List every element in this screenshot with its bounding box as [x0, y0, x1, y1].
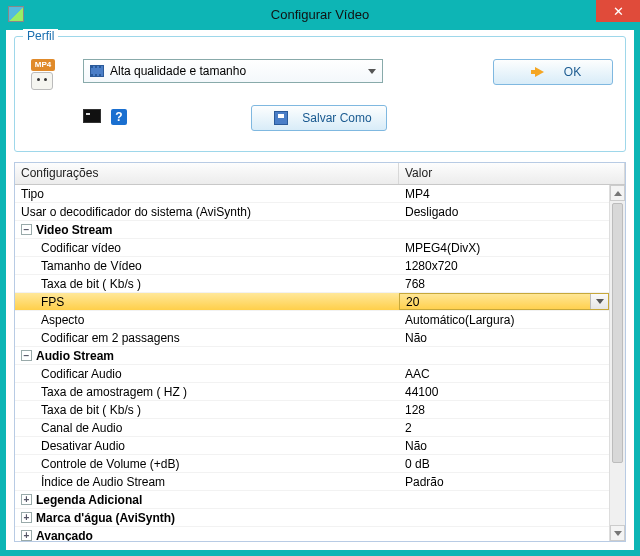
grid-row[interactable]: Controle de Volume (+dB)0 dB	[15, 455, 609, 473]
grid-label-text: Avançado	[36, 529, 93, 542]
grid-header-value[interactable]: Valor	[399, 163, 625, 184]
grid-row[interactable]: AspectoAutomático(Largura)	[15, 311, 609, 329]
grid-cell-label: −Audio Stream	[15, 349, 399, 363]
grid-cell-value	[399, 527, 609, 541]
grid-row[interactable]: TipoMP4	[15, 185, 609, 203]
grid-group-row[interactable]: −Audio Stream	[15, 347, 609, 365]
grid-value-text: 1280x720	[405, 259, 458, 273]
grid-value-text: Não	[405, 331, 427, 345]
grid-cell-value	[399, 347, 609, 364]
grid-cell-label: Taxa de bit ( Kb/s )	[15, 403, 399, 417]
grid-cell-value[interactable]: 20	[399, 293, 609, 310]
grid-row[interactable]: Taxa de bit ( Kb/s )768	[15, 275, 609, 293]
grid-row[interactable]: Desativar AudioNão	[15, 437, 609, 455]
scroll-down-button[interactable]	[610, 525, 625, 541]
grid-label-text: Índice de Audio Stream	[41, 475, 165, 489]
grid-cell-label: Taxa de bit ( Kb/s )	[15, 277, 399, 291]
grid-row[interactable]: Codificar em 2 passagensNão	[15, 329, 609, 347]
grid-cell-value[interactable]: 2	[399, 419, 609, 436]
grid-cell-value[interactable]: Não	[399, 329, 609, 346]
grid-cell-value[interactable]: 44100	[399, 383, 609, 400]
grid-cell-value[interactable]: Padrão	[399, 473, 609, 490]
grid-cell-label: Codificar Audio	[15, 367, 399, 381]
grid-cell-value[interactable]: 1280x720	[399, 257, 609, 274]
chevron-down-icon	[614, 531, 622, 536]
grid-label-text: Aspecto	[41, 313, 84, 327]
grid-cell-value[interactable]: MPEG4(DivX)	[399, 239, 609, 256]
scroll-up-button[interactable]	[610, 185, 625, 201]
grid-group-row[interactable]: −Video Stream	[15, 221, 609, 239]
grid-value-text: 20	[406, 295, 419, 309]
grid-value-text: 128	[405, 403, 425, 417]
expand-icon[interactable]: +	[21, 530, 32, 541]
grid-cell-value[interactable]: 768	[399, 275, 609, 292]
collapse-icon[interactable]: −	[21, 350, 32, 361]
scrollbar[interactable]	[609, 185, 625, 541]
grid-cell-label: Taxa de amostragem ( HZ )	[15, 385, 399, 399]
grid-cell-value[interactable]: Não	[399, 437, 609, 454]
dropdown-button[interactable]	[590, 294, 608, 309]
grid-row[interactable]: Canal de Audio2	[15, 419, 609, 437]
grid-header: Configurações Valor	[15, 163, 625, 185]
grid-value-text: MPEG4(DivX)	[405, 241, 480, 255]
film-icon	[90, 65, 104, 77]
grid-row[interactable]: FPS20	[15, 293, 609, 311]
grid-value-text: AAC	[405, 367, 430, 381]
grid-value-text: 2	[405, 421, 412, 435]
save-icon	[274, 111, 288, 125]
grid-label-text: Tipo	[21, 187, 44, 201]
window: Configurar Vídeo ✕ Perfil MP4 Alta quali…	[0, 0, 640, 556]
grid-cell-value[interactable]: MP4	[399, 185, 609, 202]
grid-cell-value[interactable]: Desligado	[399, 203, 609, 220]
arrow-right-icon	[535, 67, 544, 77]
grid-cell-label: Usar o decodificador do sistema (AviSynt…	[15, 205, 399, 219]
format-mp4-icon: MP4	[31, 59, 61, 89]
grid-row[interactable]: Usar o decodificador do sistema (AviSynt…	[15, 203, 609, 221]
grid-body: TipoMP4Usar o decodificador do sistema (…	[15, 185, 609, 541]
grid-row[interactable]: Codificar AudioAAC	[15, 365, 609, 383]
grid-cell-label: Controle de Volume (+dB)	[15, 457, 399, 471]
grid-group-row[interactable]: +Avançado	[15, 527, 609, 541]
profile-fieldset: Perfil MP4 Alta qualidade e tamanho OK ?…	[14, 36, 626, 152]
grid-cell-label: Aspecto	[15, 313, 399, 327]
grid-row[interactable]: Taxa de amostragem ( HZ )44100	[15, 383, 609, 401]
expand-icon[interactable]: +	[21, 494, 32, 505]
grid-cell-label: Índice de Audio Stream	[15, 475, 399, 489]
ok-button[interactable]: OK	[493, 59, 613, 85]
grid-group-row[interactable]: +Marca d'água (AviSynth)	[15, 509, 609, 527]
help-button[interactable]: ?	[111, 109, 127, 125]
grid-label-text: Canal de Audio	[41, 421, 122, 435]
close-icon: ✕	[613, 4, 624, 19]
chevron-down-icon	[596, 299, 604, 304]
grid-cell-value[interactable]: AAC	[399, 365, 609, 382]
grid-group-row[interactable]: +Legenda Adicional	[15, 491, 609, 509]
grid-label-text: Audio Stream	[36, 349, 114, 363]
ok-button-label: OK	[564, 65, 581, 79]
grid-cell-label: Codificar em 2 passagens	[15, 331, 399, 345]
grid-cell-label: Codificar vídeo	[15, 241, 399, 255]
grid-row[interactable]: Tamanho de Vídeo1280x720	[15, 257, 609, 275]
grid-row[interactable]: Taxa de bit ( Kb/s )128	[15, 401, 609, 419]
grid-cell-value	[399, 509, 609, 526]
save-as-button[interactable]: Salvar Como	[251, 105, 387, 131]
close-button[interactable]: ✕	[596, 0, 640, 22]
grid-cell-label: Desativar Audio	[15, 439, 399, 453]
grid-label-text: FPS	[41, 295, 64, 309]
scroll-thumb[interactable]	[612, 203, 623, 463]
expand-icon[interactable]: +	[21, 512, 32, 523]
grid-cell-value[interactable]: Automático(Largura)	[399, 311, 609, 328]
grid-row[interactable]: Codificar vídeoMPEG4(DivX)	[15, 239, 609, 257]
grid-header-settings[interactable]: Configurações	[15, 163, 399, 184]
grid-cell-value[interactable]: 0 dB	[399, 455, 609, 472]
grid-value-text: 768	[405, 277, 425, 291]
grid-row[interactable]: Índice de Audio StreamPadrão	[15, 473, 609, 491]
collapse-icon[interactable]: −	[21, 224, 32, 235]
profile-select[interactable]: Alta qualidade e tamanho	[83, 59, 383, 83]
grid-cell-value[interactable]: 128	[399, 401, 609, 418]
profile-legend: Perfil	[23, 29, 58, 43]
grid-cell-label: −Video Stream	[15, 223, 399, 237]
grid-label-text: Codificar Audio	[41, 367, 122, 381]
grid-cell-label: +Marca d'água (AviSynth)	[15, 511, 399, 525]
chevron-up-icon	[614, 191, 622, 196]
console-icon[interactable]	[83, 109, 101, 123]
